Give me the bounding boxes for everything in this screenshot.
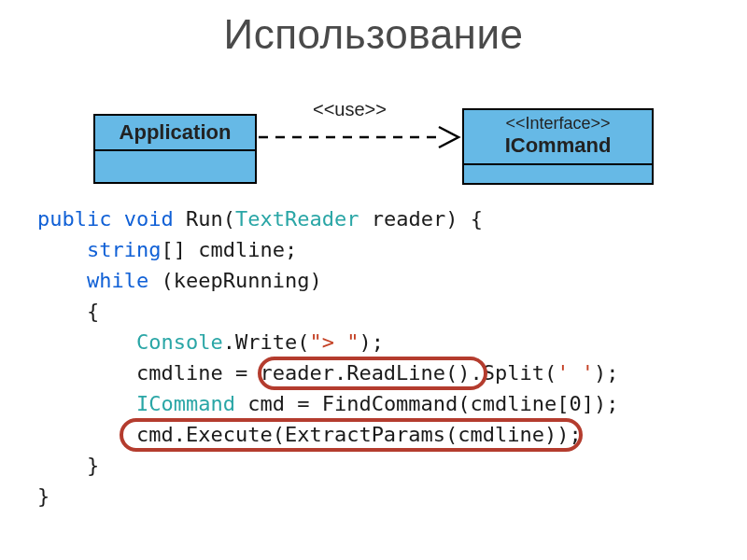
slide: Использование Application <<use>> <<Inte… xyxy=(0,0,747,560)
cond-keeprunning: (keepRunning) xyxy=(161,269,321,292)
reader-readline: reader.ReadLine() xyxy=(260,361,470,385)
brace-close-1: } xyxy=(87,454,99,477)
split-open: .Split( xyxy=(471,361,557,385)
uml-class-application: Application xyxy=(93,114,257,184)
fn-run: Run xyxy=(186,207,223,231)
brace-open-2: { xyxy=(87,300,99,323)
write-call: .Write( xyxy=(223,330,310,354)
slide-title: Использование xyxy=(0,11,747,58)
uml-interface-icommand: <<Interface>> ICommand xyxy=(462,108,654,185)
uml-dependency-arrow xyxy=(257,123,462,151)
kw-void: void xyxy=(124,207,174,231)
type-console: Console xyxy=(136,330,223,354)
kw-public: public xyxy=(37,207,111,231)
type-icommand: ICommand xyxy=(136,392,235,415)
close-paren-semi-1: ); xyxy=(359,330,384,354)
uml-stereotype-label: <<Interface>> xyxy=(464,110,652,133)
uml-use-label: <<use>> xyxy=(313,99,387,120)
str-prompt: "> " xyxy=(309,330,359,354)
cmd-assign: cmd = FindCommand(cmdline[0]); xyxy=(235,392,619,415)
close-paren-semi-2: ); xyxy=(594,361,619,385)
code-block: public void Run(TextReader reader) { str… xyxy=(37,203,710,511)
uml-application-label: Application xyxy=(95,116,255,151)
brace-open-1: { xyxy=(471,207,483,231)
execute-line: cmd.Execute(ExtractParams(cmdline)); xyxy=(136,423,582,446)
kw-string: string xyxy=(87,238,161,261)
brace-close-2: } xyxy=(37,484,49,508)
uml-diagram: Application <<use>> <<Interface>> IComma… xyxy=(93,105,654,193)
type-textreader: TextReader xyxy=(235,207,359,231)
assign-cmdline: cmdline = xyxy=(136,361,260,385)
var-cmdline: cmdline xyxy=(198,238,285,261)
param-reader: reader xyxy=(372,207,445,231)
chr-space: ' ' xyxy=(557,361,594,385)
arr-brackets: [] xyxy=(161,238,186,261)
uml-interface-name: ICommand xyxy=(464,133,652,165)
semi-1: ; xyxy=(285,238,297,261)
kw-while: while xyxy=(87,269,148,292)
